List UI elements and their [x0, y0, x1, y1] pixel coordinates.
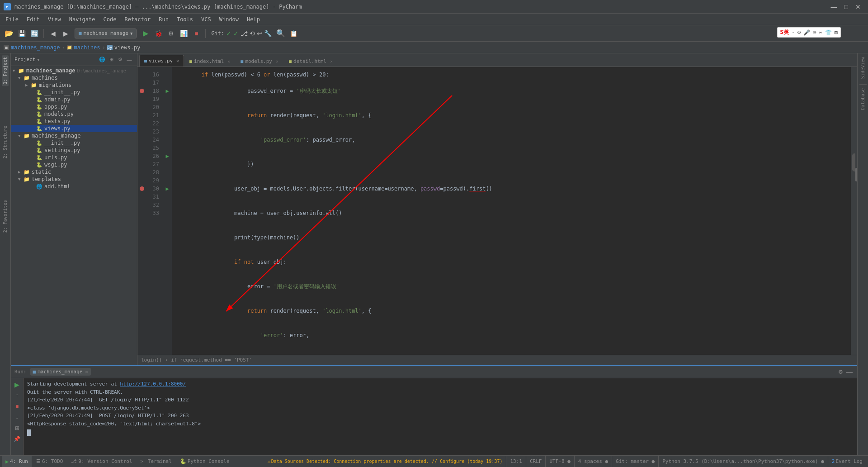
vtab-database[interactable]: Database: [859, 86, 866, 112]
toolbar-save-btn[interactable]: 💾: [16, 28, 27, 39]
breadcrumb-machines[interactable]: machines: [74, 44, 100, 51]
vtab-favorites[interactable]: 2: Favorites: [2, 198, 9, 234]
toolbar-debug-btn[interactable]: 🐞: [153, 28, 164, 39]
tree-item-tests[interactable]: 🐍 tests.py: [11, 118, 137, 125]
tab-viewspy[interactable]: ■ views.py ✕: [139, 55, 184, 67]
menu-refactor[interactable]: Refactor: [121, 15, 154, 24]
bottom-tab-vcs[interactable]: ⎇ 9: Version Control: [67, 456, 136, 467]
tab-modelspy-close[interactable]: ✕: [276, 59, 278, 64]
tree-item-migrations[interactable]: ▶ 📁 migrations: [11, 81, 137, 89]
tab-modelspy[interactable]: ■ models.py ✕: [236, 56, 283, 67]
status-eventlog[interactable]: 2 Event Log: [828, 456, 866, 467]
status-indent[interactable]: 4 spaces ●: [574, 456, 612, 467]
ime-punctuation[interactable]: ·: [792, 29, 795, 36]
toolbar-forward-btn[interactable]: ▶: [60, 28, 71, 39]
code-content[interactable]: if len(passwd) < 6 or len(passwd) > 20: …: [172, 67, 851, 355]
ime-tool1[interactable]: ✂: [819, 29, 822, 36]
menu-edit[interactable]: Edit: [23, 15, 43, 24]
sidebar-settings-btn[interactable]: ⚙: [116, 56, 124, 64]
tree-item-urls[interactable]: 🐍 urls.py: [11, 154, 137, 161]
ime-keyboard[interactable]: ⌨: [813, 29, 816, 36]
minimize-button[interactable]: —: [827, 3, 841, 10]
bottom-tab-python[interactable]: 🐍 Python Console: [176, 456, 233, 467]
run-rerun-btn[interactable]: ↑: [13, 391, 22, 400]
tree-item-mm2[interactable]: ▼ 📁 machines_manage: [11, 132, 137, 139]
project-dropdown[interactable]: ■ machines_manage ▼: [75, 29, 137, 38]
run-stop-btn[interactable]: ■: [13, 402, 22, 411]
left-project-tab[interactable]: 1: Project 2: Structure 2: Favorites: [0, 53, 11, 455]
tree-item-addhtml[interactable]: 🌐 add.html: [11, 183, 137, 190]
status-warning[interactable]: ⚠ Data Sources Detected: Connection prop…: [264, 459, 506, 464]
toolbar-back-btn[interactable]: ◀: [47, 28, 58, 39]
ime-tool2[interactable]: 👕: [825, 29, 832, 36]
menu-code[interactable]: Code: [100, 15, 120, 24]
tab-indexhtml-close[interactable]: ✕: [227, 59, 230, 64]
tree-item-root[interactable]: ▼ 📁 machines_manage D:\machines_manage: [11, 67, 137, 74]
menu-vcs[interactable]: VCS: [198, 15, 215, 24]
menu-tools[interactable]: Tools: [173, 15, 197, 24]
sidebar-globe-btn[interactable]: 🌐: [98, 56, 106, 64]
toolbar-sync-btn[interactable]: 🔄: [29, 28, 40, 39]
vtab-structure[interactable]: 2: Structure: [2, 124, 9, 160]
maximize-button[interactable]: □: [841, 3, 852, 10]
tree-item-static[interactable]: ▶ 📁 static: [11, 168, 137, 176]
tree-item-init1[interactable]: 🐍 __init__.py: [11, 89, 137, 96]
run-wrap-btn[interactable]: ⊞: [13, 424, 22, 433]
sidebar-minimize-btn[interactable]: —: [125, 56, 133, 64]
ime-grid[interactable]: ⊞: [835, 29, 838, 36]
git-branch-btn[interactable]: ⎇: [241, 30, 248, 37]
breadcrumb-file[interactable]: views.py: [114, 44, 141, 51]
ime-lang[interactable]: S英: [780, 29, 789, 36]
run-ctrl-minimize[interactable]: —: [845, 368, 854, 376]
toolbar-open-btn[interactable]: 📂: [4, 28, 14, 39]
tree-item-templates[interactable]: ▼ 📁 templates: [11, 176, 137, 183]
code-editor[interactable]: 1617181920 2122232425 2627282930 313233 …: [137, 67, 857, 355]
run-tab-close[interactable]: ✕: [85, 369, 88, 374]
tree-item-init2[interactable]: 🐍 __init__.py: [11, 139, 137, 147]
vtab-project[interactable]: 1: Project: [2, 55, 9, 86]
bottom-tab-todo[interactable]: ☰ 6: TODO: [33, 456, 66, 467]
ime-emoji[interactable]: ☺: [797, 29, 801, 36]
toolbar-search-btn[interactable]: 🔍: [275, 28, 286, 39]
status-crlf[interactable]: CRLF: [526, 456, 546, 467]
git-revert-btn[interactable]: ↩: [257, 30, 262, 37]
toolbar-stop-btn[interactable]: ■: [191, 28, 202, 39]
tab-indexhtml[interactable]: ■ index.html ✕: [184, 56, 235, 67]
console-cursor-line[interactable]: [27, 428, 854, 437]
sidebar-layout-btn[interactable]: ⊞: [107, 56, 115, 64]
run-ctrl-settings[interactable]: ⚙: [836, 368, 844, 376]
tab-viewspy-close[interactable]: ✕: [176, 58, 179, 63]
close-button[interactable]: ✕: [852, 3, 864, 10]
ime-voice[interactable]: 🎤: [803, 29, 810, 36]
status-python[interactable]: Python 3.7.5 (D:\Users\a...thon\Python37…: [658, 456, 828, 467]
bottom-tab-terminal[interactable]: >_ Terminal: [137, 456, 175, 467]
git-check2-btn[interactable]: ✓: [233, 30, 239, 37]
toolbar-run-btn[interactable]: ▶: [140, 28, 151, 39]
tree-item-settings[interactable]: 🐍 settings.py: [11, 147, 137, 154]
run-play-btn[interactable]: ▶: [13, 380, 22, 389]
tab-detailhtml[interactable]: ■ detail.html ✕: [284, 56, 338, 67]
tab-detailhtml-close[interactable]: ✕: [330, 59, 333, 64]
tree-item-wsgi[interactable]: 🐍 wsgi.py: [11, 161, 137, 168]
menu-window[interactable]: Window: [216, 15, 242, 24]
vtab-sideview[interactable]: SideView: [859, 55, 866, 81]
tree-item-machines[interactable]: ▼ 📁 machines: [11, 74, 137, 81]
tree-item-apps[interactable]: 🐍 apps.py: [11, 103, 137, 110]
tree-item-admin[interactable]: 🐍 admin.py: [11, 96, 137, 103]
menu-navigate[interactable]: Navigate: [66, 15, 99, 24]
tree-item-models[interactable]: 🐍 models.py: [11, 110, 137, 118]
toolbar-share-btn[interactable]: 📋: [288, 28, 299, 39]
status-charset[interactable]: UTF-8 ●: [545, 456, 574, 467]
console-output[interactable]: Starting development server at http://12…: [24, 378, 857, 455]
menu-view[interactable]: View: [44, 15, 65, 24]
menu-file[interactable]: File: [2, 15, 22, 24]
tree-item-views[interactable]: 🐍 views.py: [11, 125, 137, 132]
git-check-btn[interactable]: ✓: [226, 30, 231, 37]
run-scroll-btn[interactable]: ↓: [13, 413, 22, 422]
bottom-tab-run[interactable]: ▶ 4: Run: [2, 456, 32, 467]
toolbar-cover-btn[interactable]: ⚙: [165, 28, 176, 39]
run-tab-machines[interactable]: ■ machines_manage ✕: [30, 368, 91, 376]
breadcrumb-root[interactable]: machines_manage: [11, 44, 60, 51]
menu-run[interactable]: Run: [155, 15, 172, 24]
menu-help[interactable]: Help: [243, 15, 264, 24]
